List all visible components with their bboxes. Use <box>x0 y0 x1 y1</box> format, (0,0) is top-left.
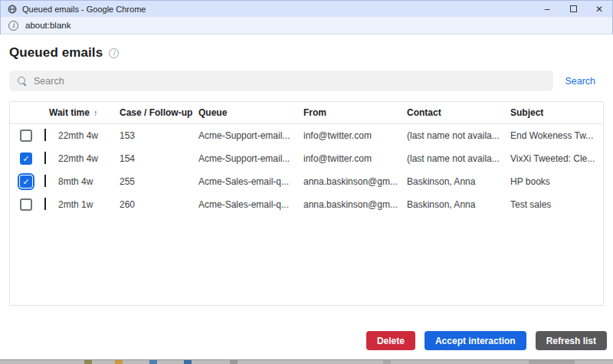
browser-window: Queued emails - Google Chrome – ✕ i abou… <box>0 0 613 364</box>
column-header-subject[interactable]: Subject <box>510 107 603 118</box>
taskbar-sliver <box>0 359 613 364</box>
cell-contact: (last name not availa... <box>407 153 510 164</box>
search-action-link[interactable]: Search <box>553 76 604 87</box>
expand-chevron-icon[interactable] <box>44 198 46 210</box>
accept-interaction-button[interactable]: Accept interaction <box>425 331 526 350</box>
title-info-icon[interactable]: i <box>109 48 119 58</box>
cell-subject: HP books <box>510 176 603 187</box>
table-row[interactable]: 22mth 4w 154 Acme-Support-email... info@… <box>10 147 603 170</box>
expand-chevron-icon[interactable] <box>44 129 46 141</box>
cell-case-followup: 260 <box>120 199 198 210</box>
expand-chevron-icon[interactable] <box>44 175 46 187</box>
table-header-row: Wait time↑ Case / Follow-up Queue From C… <box>10 102 603 124</box>
page-content: Queued emails i Search Wait time↑ Case /… <box>0 34 613 306</box>
window-titlebar: Queued emails - Google Chrome – ✕ <box>0 0 613 17</box>
row-checkbox[interactable] <box>20 198 32 211</box>
cell-case-followup: 154 <box>120 153 198 164</box>
cell-from: info@twitter.com <box>303 153 407 164</box>
column-header-from[interactable]: From <box>303 107 407 118</box>
cell-case-followup: 153 <box>120 130 198 141</box>
table-row[interactable]: 22mth 4w 153 Acme-Support-email... info@… <box>10 124 603 147</box>
window-title: Queued emails - Google Chrome <box>22 5 534 14</box>
column-header-case-followup[interactable]: Case / Follow-up <box>120 107 198 118</box>
cell-contact: Baskinson, Anna <box>407 199 510 210</box>
refresh-list-button[interactable]: Refresh list <box>536 331 607 350</box>
search-box[interactable] <box>9 71 553 91</box>
minimize-button[interactable]: – <box>534 1 560 17</box>
maximize-button[interactable] <box>560 1 586 17</box>
page-globe-icon <box>8 5 17 14</box>
table-row[interactable]: 8mth 4w 255 Acme-Sales-email-q... anna.b… <box>10 170 603 193</box>
cell-contact: (last name not availa... <box>407 130 510 141</box>
cell-from: info@twitter.com <box>303 130 407 141</box>
cell-queue: Acme-Sales-email-q... <box>198 199 303 210</box>
row-checkbox[interactable] <box>20 175 32 188</box>
table-row[interactable]: 2mth 1w 260 Acme-Sales-email-q... anna.b… <box>10 193 603 216</box>
sort-asc-icon: ↑ <box>93 108 98 117</box>
url-text[interactable]: about:blank <box>25 21 70 30</box>
cell-wait-time: 2mth 1w <box>58 199 120 210</box>
search-input[interactable] <box>34 76 493 87</box>
cell-wait-time: 22mth 4w <box>58 153 120 164</box>
delete-button[interactable]: Delete <box>366 331 415 350</box>
search-icon <box>18 77 27 86</box>
cell-wait-time: 8mth 4w <box>58 176 120 187</box>
page-info-icon[interactable]: i <box>8 21 18 31</box>
close-button[interactable]: ✕ <box>586 1 612 17</box>
action-button-bar: Delete Accept interaction Refresh list <box>366 331 607 350</box>
column-header-contact[interactable]: Contact <box>407 107 510 118</box>
cell-queue: Acme-Sales-email-q... <box>198 176 303 187</box>
cell-from: anna.baskinson@gm... <box>303 176 407 187</box>
page-title: Queued emails <box>9 45 103 61</box>
cell-queue: Acme-Support-email... <box>198 153 303 164</box>
cell-queue: Acme-Support-email... <box>198 130 303 141</box>
expand-chevron-icon[interactable] <box>44 152 46 164</box>
cell-subject: Test sales <box>510 199 603 210</box>
cell-case-followup: 255 <box>120 176 198 187</box>
cell-contact: Baskinson, Anna <box>407 176 510 187</box>
queued-emails-table: Wait time↑ Case / Follow-up Queue From C… <box>9 101 604 306</box>
row-checkbox[interactable] <box>20 152 32 165</box>
maximize-icon <box>570 5 577 12</box>
column-header-wait-time[interactable]: Wait time↑ <box>49 107 120 118</box>
address-bar[interactable]: i about:blank <box>0 17 613 34</box>
column-header-queue[interactable]: Queue <box>198 107 303 118</box>
row-checkbox[interactable] <box>20 130 32 142</box>
cell-from: anna.baskinson@gm... <box>303 199 407 210</box>
cell-subject: End Wokeness Tw... <box>510 130 603 141</box>
cell-subject: VixXi Tweeted: Cle... <box>510 153 603 164</box>
cell-wait-time: 22mth 4w <box>58 130 120 141</box>
